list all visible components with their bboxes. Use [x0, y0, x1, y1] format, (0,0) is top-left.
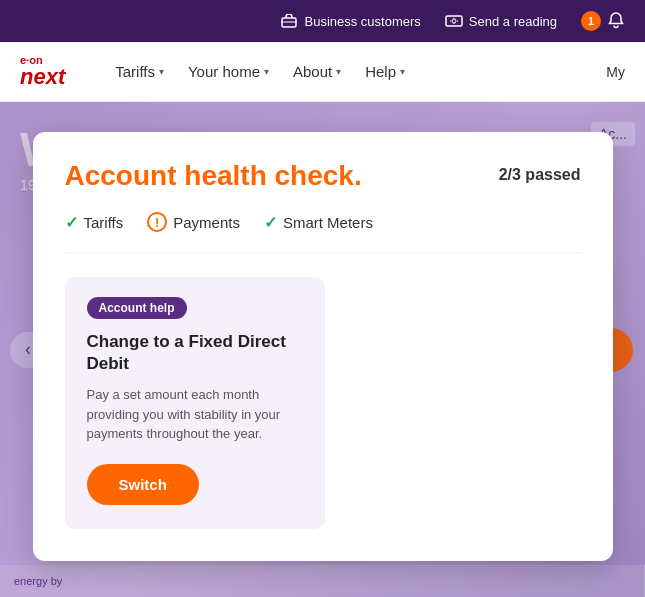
- check-warn-icon: !: [147, 212, 167, 232]
- check-item-smart-meters: ✓ Smart Meters: [264, 213, 373, 232]
- nav-help[interactable]: Help ▾: [355, 55, 415, 88]
- check-payments-label: Payments: [173, 214, 240, 231]
- nav-about[interactable]: About ▾: [283, 55, 351, 88]
- chevron-down-icon: ▾: [400, 66, 405, 77]
- main-nav: e·on next Tariffs ▾ Your home ▾ About ▾ …: [0, 42, 645, 102]
- modal-title: Account health check.: [65, 160, 362, 192]
- notification-icon: [607, 11, 625, 32]
- logo-next: next: [20, 66, 65, 88]
- page-background: Wo 192 G... Ac... ‹ t paym...payment...m…: [0, 102, 645, 597]
- send-reading-label: Send a reading: [469, 14, 557, 29]
- business-customers-link[interactable]: Business customers: [280, 12, 420, 30]
- chevron-down-icon: ▾: [264, 66, 269, 77]
- check-pass-icon: ✓: [65, 213, 78, 232]
- logo[interactable]: e·on next: [20, 55, 65, 88]
- modal-header: Account health check. 2/3 passed: [65, 160, 581, 192]
- check-item-payments: ! Payments: [147, 212, 240, 232]
- check-pass-icon-2: ✓: [264, 213, 277, 232]
- top-bar: Business customers Send a reading 1: [0, 0, 645, 42]
- nav-about-label: About: [293, 63, 332, 80]
- modal-passed: 2/3 passed: [499, 160, 581, 184]
- check-item-tariffs: ✓ Tariffs: [65, 213, 124, 232]
- chevron-down-icon: ▾: [336, 66, 341, 77]
- nav-your-home-label: Your home: [188, 63, 260, 80]
- card-badge: Account help: [87, 297, 187, 319]
- health-check-modal: Account health check. 2/3 passed ✓ Tarif…: [33, 132, 613, 561]
- nav-tariffs-label: Tariffs: [115, 63, 155, 80]
- chevron-down-icon: ▾: [159, 66, 164, 77]
- nav-my[interactable]: My: [606, 64, 625, 80]
- nav-tariffs[interactable]: Tariffs ▾: [105, 55, 174, 88]
- account-help-card: Account help Change to a Fixed Direct De…: [65, 277, 325, 529]
- svg-point-3: [452, 19, 456, 23]
- card-title: Change to a Fixed Direct Debit: [87, 331, 303, 375]
- check-smart-meters-label: Smart Meters: [283, 214, 373, 231]
- switch-button[interactable]: Switch: [87, 464, 199, 505]
- business-customers-label: Business customers: [304, 14, 420, 29]
- notification-badge: 1: [581, 11, 601, 31]
- nav-your-home[interactable]: Your home ▾: [178, 55, 279, 88]
- nav-items: Tariffs ▾ Your home ▾ About ▾ Help ▾: [105, 55, 606, 88]
- send-reading-link[interactable]: Send a reading: [445, 12, 557, 30]
- modal-overlay: Account health check. 2/3 passed ✓ Tarif…: [0, 102, 645, 597]
- check-items-list: ✓ Tariffs ! Payments ✓ Smart Meters: [65, 212, 581, 253]
- card-description: Pay a set amount each month providing yo…: [87, 385, 303, 444]
- notification-button[interactable]: 1: [581, 11, 625, 32]
- briefcase-icon: [280, 12, 298, 30]
- check-tariffs-label: Tariffs: [84, 214, 124, 231]
- meter-icon: [445, 12, 463, 30]
- nav-help-label: Help: [365, 63, 396, 80]
- svg-rect-2: [446, 16, 462, 26]
